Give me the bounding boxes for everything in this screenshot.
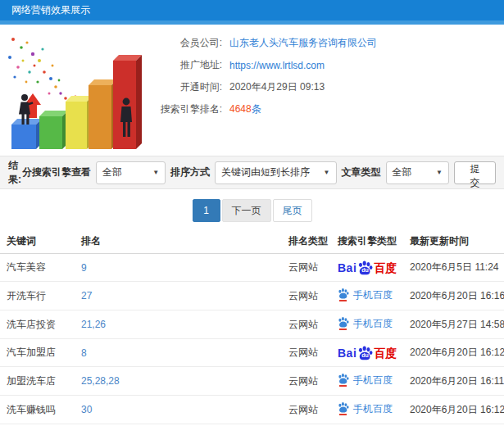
- mobile-baidu-label: 手机百度: [353, 404, 393, 414]
- table-body: 汽车美容9云网站Baidu百度2020年6月5日 11:24开洗车行27云网站手…: [0, 254, 504, 426]
- submit-button[interactable]: 提交: [454, 161, 496, 184]
- mobile-baidu-label: 手机百度: [353, 290, 393, 300]
- table-header: 关键词 排名 排名类型 搜索引擎类型 最新更新时间: [0, 229, 504, 254]
- keyword-cell: 开洗车行: [0, 282, 78, 310]
- rank-cell: 9: [78, 254, 285, 282]
- mobile-baidu-paw-icon: [338, 401, 349, 415]
- info-row-open-time: 开通时间: 2020年4月29日 09:13: [150, 76, 504, 98]
- confetti-dots: [8, 38, 76, 103]
- mobile-baidu-underline: [339, 329, 347, 330]
- keyword-cell: 加盟洗车店: [0, 367, 78, 396]
- mobile-baidu-paw-icon: [338, 288, 349, 301]
- baidu-logo: Baidu百度: [338, 345, 397, 360]
- next-page-button[interactable]: 下一页: [222, 199, 271, 222]
- updated-cell: 2020年5月27日 14:58: [406, 310, 504, 339]
- mobile-baidu-paw-icon: [338, 316, 349, 330]
- keyword-cell: 洗车店投资: [0, 310, 78, 339]
- mobile-baidu-underline: [339, 385, 347, 387]
- chevron-down-icon: ▼: [324, 169, 330, 176]
- baidu-logo: Baidu百度: [338, 260, 397, 275]
- chevron-down-icon: ▼: [436, 169, 443, 176]
- mobile-baidu-logo: 手机百度: [338, 373, 393, 387]
- company-info-list: 会员公司: 山东老人头汽车服务咨询有限公司 推广地址: https://www.…: [150, 25, 504, 120]
- header-keyword: 关键词: [0, 229, 78, 254]
- mobile-baidu-label: 手机百度: [353, 319, 393, 329]
- rank-count-number: 4648: [229, 103, 252, 115]
- promo-url-link[interactable]: https://www.lrtlsd.com: [229, 60, 325, 71]
- article-type-select[interactable]: 全部 ▼: [386, 161, 449, 184]
- header-updated: 最新更新时间: [406, 229, 504, 254]
- rank-type-cell: 云网站: [285, 282, 334, 310]
- info-row-company: 会员公司: 山东老人头汽车服务咨询有限公司: [150, 32, 504, 54]
- info-row-rank-count: 搜索引擎排名: 4648条: [150, 98, 504, 120]
- last-page-button[interactable]: 尾页: [273, 199, 312, 222]
- table-row: 加盟洗车店25,28,28云网站手机百度2020年6月20日 16:11: [0, 367, 504, 396]
- sort-filter-label: 排序方式: [170, 165, 210, 179]
- updated-cell: 2020年6月20日 16:11: [406, 367, 504, 396]
- rank-cell: 25,28,28: [78, 367, 285, 396]
- mobile-baidu-logo: 手机百度: [338, 401, 393, 415]
- baidu-paw-icon: du: [357, 260, 373, 275]
- info-row-url: 推广地址: https://www.lrtlsd.com: [150, 54, 504, 76]
- engine-cell: 手机百度: [334, 396, 406, 424]
- promo-url-label: 推广地址:: [150, 58, 222, 72]
- info-section: 会员公司: 山东老人头汽车服务咨询有限公司 推广地址: https://www.…: [0, 25, 504, 156]
- rank-count-value: 4648条: [229, 102, 261, 116]
- baidu-logo-bai: Bai: [338, 262, 356, 274]
- article-type-select-value: 全部: [393, 165, 412, 179]
- pagination: 1下一页尾页: [0, 189, 504, 229]
- rank-link[interactable]: 30: [81, 404, 92, 415]
- page-title: 网络营销效果展示: [11, 4, 90, 16]
- header-rank: 排名: [78, 229, 285, 254]
- table-row: 汽车美容9云网站Baidu百度2020年6月5日 11:24: [0, 254, 504, 282]
- bar-chart-illustration: [2, 26, 148, 154]
- table-row: 开洗车行27云网站手机百度2020年6月20日 16:16: [0, 282, 504, 310]
- rank-link[interactable]: 9: [81, 262, 87, 274]
- mobile-baidu-logo: 手机百度: [338, 316, 393, 330]
- results-table: 关键词 排名 排名类型 搜索引擎类型 最新更新时间 汽车美容9云网站Baidu百…: [0, 229, 504, 426]
- header-rank-type: 排名类型: [285, 229, 334, 254]
- baidu-logo-du: du: [361, 267, 369, 273]
- keyword-cell: 汽车美容: [0, 254, 78, 282]
- header-engine-type: 搜索引擎类型: [334, 229, 406, 254]
- rank-type-cell: 云网站: [285, 339, 334, 367]
- open-time-label: 开通时间:: [150, 80, 222, 94]
- engine-cell: 手机百度: [334, 310, 406, 339]
- baidu-logo-du: du: [361, 352, 369, 358]
- rank-cell: 27: [78, 282, 285, 310]
- company-link[interactable]: 山东老人头汽车服务咨询有限公司: [229, 36, 377, 50]
- engine-cell: 手机百度: [334, 282, 406, 310]
- rank-type-cell: 云网站: [285, 396, 334, 424]
- rank-type-cell: 云网站: [285, 254, 334, 282]
- table-row: 洗车赚钱吗30云网站手机百度2020年6月20日 16:12: [0, 396, 504, 424]
- sort-select-value: 关键词由短到长排序: [221, 165, 310, 179]
- engine-select-value: 全部: [102, 165, 122, 179]
- open-time-value: 2020年4月29日 09:13: [229, 80, 325, 94]
- engine-cell: 手机百度: [334, 367, 406, 396]
- engine-cell: Baidu百度: [334, 339, 406, 367]
- rank-link[interactable]: 8: [81, 347, 87, 359]
- rank-link[interactable]: 27: [81, 290, 92, 301]
- engine-select[interactable]: 全部 ▼: [96, 161, 166, 184]
- company-label: 会员公司:: [150, 36, 222, 50]
- keyword-cell: 洗车赚钱吗: [0, 396, 78, 424]
- article-type-label: 文章类型: [342, 165, 381, 179]
- filter-bar: 结果: 分搜索引擎查看 全部 ▼ 排序方式 关键词由短到长排序 ▼ 文章类型 全…: [0, 156, 504, 189]
- baidu-paw-icon: du: [357, 345, 373, 360]
- updated-cell: 2020年6月5日 11:24: [406, 254, 504, 282]
- keyword-cell: 汽车加盟店: [0, 339, 78, 367]
- baidu-logo-bai: Bai: [338, 347, 356, 359]
- sort-select[interactable]: 关键词由短到长排序 ▼: [215, 161, 336, 184]
- mobile-baidu-underline: [339, 300, 347, 301]
- filter-controls: 分搜索引擎查看 全部 ▼ 排序方式 关键词由短到长排序 ▼ 文章类型 全部 ▼ …: [22, 161, 496, 184]
- updated-cell: 2020年6月20日 16:16: [406, 282, 504, 310]
- rank-link[interactable]: 25,28,28: [81, 375, 120, 387]
- updated-cell: 2020年6月20日 16:12: [406, 339, 504, 367]
- chevron-down-icon: ▼: [152, 169, 159, 176]
- app-header: 网络营销效果展示: [0, 0, 504, 20]
- mobile-baidu-logo: 手机百度: [338, 288, 393, 301]
- page-1-button[interactable]: 1: [193, 199, 220, 222]
- engine-filter-label: 分搜索引擎查看: [22, 165, 91, 179]
- baidu-logo-cn: 百度: [374, 262, 397, 274]
- rank-link[interactable]: 21,26: [81, 319, 106, 330]
